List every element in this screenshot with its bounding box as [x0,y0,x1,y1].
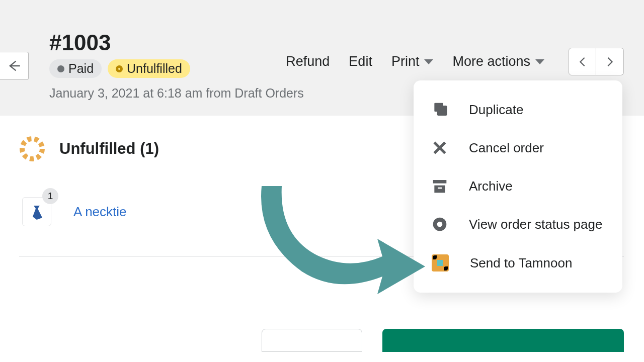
primary-button-partial[interactable] [382,329,624,352]
svg-rect-5 [433,180,447,184]
svg-point-9 [437,222,443,227]
dropdown-tamnoon[interactable]: Send to Tamnoon [414,243,622,283]
dropdown-cancel[interactable]: Cancel order [414,129,622,167]
back-button[interactable] [0,52,29,80]
print-label: Print [391,54,420,69]
duplicate-icon [432,102,448,118]
caret-down-icon [424,59,433,64]
dropdown-duplicate-label: Duplicate [469,102,523,118]
dropdown-status[interactable]: View order status page [414,205,622,243]
svg-rect-6 [434,186,445,193]
pager [569,48,624,75]
close-icon [432,140,448,156]
dropdown-archive[interactable]: Archive [414,167,622,205]
chevron-left-icon [577,56,588,67]
refund-button[interactable]: Refund [286,54,330,69]
unfulfilled-title-text: Unfulfilled (1) [59,140,159,158]
more-actions-button[interactable]: More actions [452,54,544,69]
unfulfilled-label: Unfulfilled [127,61,182,76]
dropdown-duplicate[interactable]: Duplicate [414,90,622,129]
archive-icon [432,178,448,194]
svg-point-0 [22,139,42,159]
caret-down-icon [535,59,544,64]
dropdown-archive-label: Archive [469,178,513,194]
more-actions-label: More actions [452,54,530,69]
svg-marker-1 [33,206,42,220]
necktie-icon [28,203,46,221]
quantity-badge: 1 [42,188,58,204]
dropdown-tamnoon-label: Send to Tamnoon [470,255,572,271]
prev-order-button[interactable] [569,48,596,75]
tamnoon-icon [432,254,449,272]
paid-badge: Paid [49,59,102,78]
eye-icon [432,216,448,232]
dropdown-status-label: View order status page [469,217,602,232]
svg-rect-4 [438,106,446,115]
print-button[interactable]: Print [391,54,434,69]
unfulfilled-ring-icon [19,136,45,162]
actions-bar: Refund Edit Print More actions [286,48,624,75]
dot-icon [57,65,64,72]
dropdown-cancel-label: Cancel order [469,140,544,156]
arrow-left-icon [7,59,21,73]
chevron-right-icon [604,56,615,67]
svg-rect-7 [438,188,442,189]
more-actions-dropdown: Duplicate Cancel order Archive View orde… [414,80,622,293]
edit-button[interactable]: Edit [349,54,372,69]
thumb-wrapper: 1 [22,197,51,226]
next-order-button[interactable] [596,48,624,75]
secondary-button-partial[interactable] [262,329,362,352]
ring-dot-icon [116,65,123,72]
paid-label: Paid [68,61,94,76]
unfulfilled-badge: Unfulfilled [108,59,190,78]
product-link[interactable]: A necktie [73,204,127,220]
